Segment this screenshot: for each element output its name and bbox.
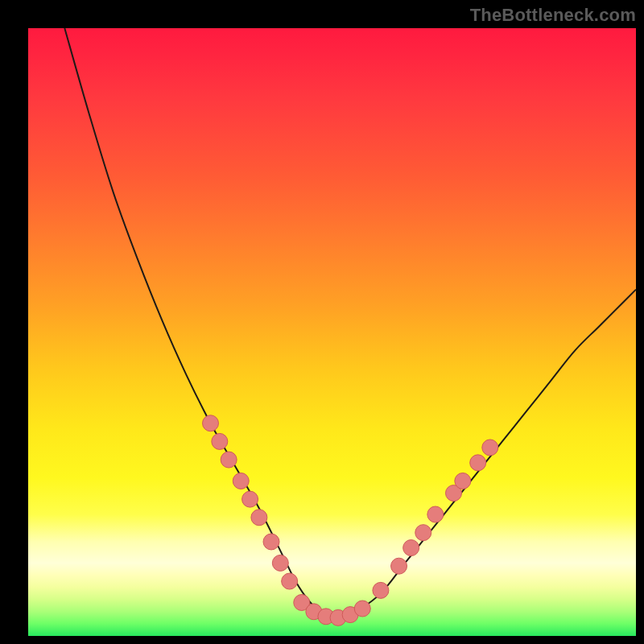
curve-dot — [272, 555, 288, 571]
curve-dot — [212, 433, 228, 449]
watermark-text: TheBottleneck.com — [470, 5, 636, 26]
curve-dot — [233, 473, 249, 489]
bottleneck-curve — [64, 28, 636, 618]
curve-dot — [391, 558, 407, 574]
chart-frame: TheBottleneck.com — [0, 0, 644, 644]
curve-dot — [373, 582, 389, 598]
bottleneck-chart-svg — [28, 28, 636, 636]
curve-dot — [263, 534, 279, 550]
curve-dot — [282, 573, 298, 589]
curve-dot — [482, 440, 498, 456]
curve-dot — [403, 540, 419, 556]
curve-dot — [455, 473, 471, 489]
curve-dot — [415, 525, 431, 541]
curve-dot — [427, 506, 444, 522]
plot-area — [28, 28, 636, 636]
curve-dot — [221, 452, 237, 468]
curve-dot — [470, 455, 486, 471]
curve-sample-dots — [203, 415, 498, 626]
curve-dot — [203, 415, 219, 431]
curve-dot — [354, 601, 370, 617]
curve-dot — [251, 510, 267, 526]
curve-dot — [242, 491, 258, 507]
